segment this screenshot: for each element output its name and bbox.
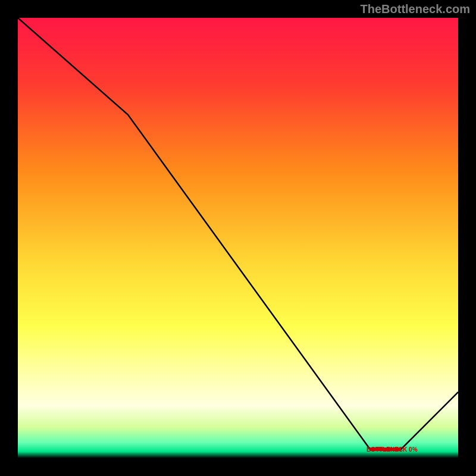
gradient-background (18, 18, 458, 458)
bottleneck-zero-label: BOTTLENECK 0% (367, 446, 418, 453)
watermark-text: TheBottleneck.com (361, 2, 470, 16)
chart-container: TheBottleneck.com BOTTLENECK 0% (0, 0, 476, 476)
plot-area (18, 18, 458, 458)
chart-svg (18, 18, 458, 458)
